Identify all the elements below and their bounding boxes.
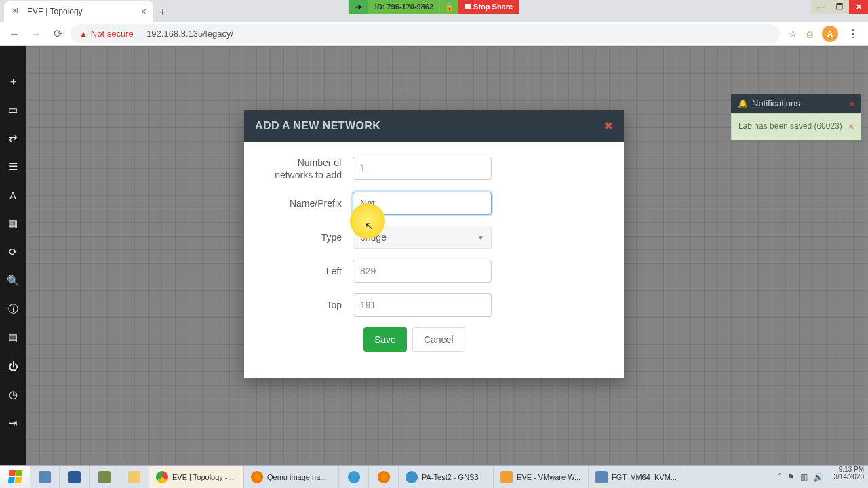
- omnibox[interactable]: ▲Not secure | 192.168.8.135/legacy/: [71, 24, 780, 43]
- input-name-prefix[interactable]: [353, 192, 492, 215]
- clock-date: 3/14/2020: [834, 473, 865, 481]
- tray-volume-icon[interactable]: 🔊: [813, 472, 823, 482]
- add-network-modal: ADD A NEW NETWORK ✖ Number of networks t…: [244, 110, 624, 378]
- list-icon[interactable]: ☰: [5, 159, 21, 175]
- add-icon[interactable]: ＋: [5, 73, 21, 89]
- taskbar-clock[interactable]: 9:13 PM 3/14/2020: [830, 466, 869, 488]
- input-left[interactable]: [353, 260, 492, 283]
- stop-icon: [465, 4, 471, 9]
- bookmark-star-icon[interactable]: ☆: [788, 27, 797, 40]
- taskbar-fgt[interactable]: FGT_VM64_KVM...: [589, 466, 684, 488]
- label-left: Left: [264, 265, 353, 277]
- select-type-value: bridge: [360, 232, 387, 243]
- power-icon[interactable]: ⏻: [5, 358, 21, 374]
- profile-avatar[interactable]: A: [822, 26, 838, 42]
- stop-share-label: Stop Share: [473, 3, 513, 11]
- clock-time: 9:13 PM: [834, 466, 865, 473]
- warning-icon: ▲: [79, 28, 88, 39]
- search-icon[interactable]: 🔍: [5, 272, 21, 289]
- zoom-meeting-id: ID: 796-170-9862: [368, 0, 440, 14]
- taskbar-files-icon[interactable]: [119, 466, 149, 488]
- notification-text: Lab has been saved (60023): [738, 121, 842, 132]
- windows-taskbar: EVE | Topology - ... Qemu image na... PA…: [0, 465, 868, 488]
- text-icon[interactable]: A: [5, 187, 21, 203]
- tab-title: EVE | Topology: [27, 7, 83, 16]
- zoom-share-bar: ➔ ID: 796-170-9862 🔒 Stop Share: [349, 0, 519, 14]
- notification-item: Lab has been saved (60023) ×: [731, 113, 861, 140]
- save-button[interactable]: Save: [363, 327, 407, 352]
- back-button[interactable]: ←: [5, 25, 23, 43]
- modal-body: Number of networks to add Name/Prefix Ty…: [244, 142, 624, 378]
- not-secure-badge: ▲Not secure: [79, 28, 134, 39]
- taskbar-firefox-icon[interactable]: [369, 466, 399, 488]
- cancel-button[interactable]: Cancel: [412, 327, 465, 352]
- forward-button[interactable]: →: [27, 25, 45, 43]
- tab-close-button[interactable]: ×: [141, 6, 146, 17]
- taskbar-label: FGT_VM64_KVM...: [612, 473, 677, 481]
- notifications-header: 🔔 Notifications ■: [731, 94, 861, 113]
- stop-share-button[interactable]: Stop Share: [458, 0, 519, 14]
- select-type[interactable]: bridge ▼: [353, 226, 492, 249]
- window-minimize-button[interactable]: —: [811, 0, 830, 14]
- tray-network-icon[interactable]: ▥: [800, 472, 808, 482]
- window-controls: — ❐ ✕: [811, 0, 868, 14]
- new-tab-button[interactable]: +: [153, 3, 172, 22]
- lock-ring-icon[interactable]: ◷: [5, 386, 21, 403]
- taskbar-powershell-icon[interactable]: [60, 466, 90, 488]
- taskbar-gns3[interactable]: PA-Test2 - GNS3: [399, 466, 494, 488]
- grid-icon[interactable]: ▦: [5, 216, 21, 232]
- taskbar-explorer-icon[interactable]: [30, 466, 60, 488]
- input-network-count[interactable]: [353, 157, 492, 180]
- notifications-close-button[interactable]: ■: [850, 100, 854, 108]
- not-secure-label: Not secure: [91, 28, 134, 39]
- zoom-arrow-icon[interactable]: ➔: [349, 0, 368, 14]
- taskbar-label: EVE - VMware W...: [517, 473, 580, 481]
- notification-dismiss-button[interactable]: ×: [848, 121, 854, 133]
- start-button[interactable]: [0, 466, 30, 488]
- taskbar-chrome[interactable]: EVE | Topology - ...: [149, 466, 244, 488]
- taskbar-ie-icon[interactable]: [339, 466, 369, 488]
- browser-tab[interactable]: ⋈ EVE | Topology ×: [4, 1, 153, 22]
- address-bar-row: ← → ⟳ ▲Not secure | 192.168.8.135/legacy…: [0, 22, 868, 46]
- url-text: 192.168.8.135/legacy/: [146, 28, 233, 39]
- reload-button[interactable]: ⟳: [49, 25, 66, 43]
- lock-icon: 🔒: [440, 0, 458, 14]
- modal-title: ADD A NEW NETWORK: [255, 120, 380, 132]
- browser-menu-button[interactable]: ⋮: [848, 27, 859, 40]
- taskbar-vmware[interactable]: EVE - VMware W...: [494, 466, 589, 488]
- refresh-icon[interactable]: ⟳: [5, 244, 21, 260]
- taskbar-label: PA-Test2 - GNS3: [422, 473, 479, 481]
- window-maximize-button[interactable]: ❐: [830, 0, 849, 14]
- taskbar-server-icon[interactable]: [90, 466, 119, 488]
- taskbar-firefox[interactable]: Qemu image na...: [244, 466, 339, 488]
- taskbar-label: Qemu image na...: [267, 473, 326, 481]
- browser-right-icons: ☆ ⎙ A ⋮: [784, 26, 863, 42]
- modal-header: ADD A NEW NETWORK ✖: [244, 110, 624, 142]
- notifications-title: Notifications: [752, 98, 800, 108]
- network-icon[interactable]: ⇄: [5, 130, 21, 146]
- window-close-button[interactable]: ✕: [849, 0, 868, 14]
- document-icon[interactable]: ▤: [5, 329, 21, 346]
- label-name-prefix: Name/Prefix: [264, 197, 353, 209]
- tab-favicon-icon: ⋈: [11, 6, 22, 17]
- windows-logo-icon: [7, 470, 22, 483]
- label-type: Type: [264, 231, 353, 243]
- modal-close-button[interactable]: ✖: [604, 120, 613, 132]
- extension-icon[interactable]: ⎙: [807, 28, 812, 39]
- left-toolbar: ＋ ▭ ⇄ ☰ A ▦ ⟳ 🔍 ⓘ ▤ ⏻ ◷ ⇥: [0, 46, 26, 465]
- taskbar-label: EVE | Topology - ...: [172, 473, 236, 481]
- node-icon[interactable]: ▭: [5, 102, 21, 118]
- label-top: Top: [264, 299, 353, 311]
- tray-up-icon[interactable]: ˄: [778, 472, 782, 482]
- label-network-count: Number of networks to add: [264, 157, 353, 181]
- info-icon[interactable]: ⓘ: [5, 301, 21, 317]
- bell-icon: 🔔: [738, 99, 748, 108]
- system-tray[interactable]: ˄ ⚑ ▥ 🔊: [771, 466, 830, 488]
- tray-flag-icon[interactable]: ⚑: [787, 472, 795, 482]
- omnibox-divider: |: [139, 28, 141, 39]
- app-area: ＋ ▭ ⇄ ☰ A ▦ ⟳ 🔍 ⓘ ▤ ⏻ ◷ ⇥ ADD A NEW NETW…: [0, 46, 868, 465]
- notifications-panel: 🔔 Notifications ■ Lab has been saved (60…: [731, 94, 861, 140]
- chevron-down-icon: ▼: [477, 234, 484, 241]
- input-top[interactable]: [353, 293, 492, 317]
- exit-icon[interactable]: ⇥: [5, 415, 21, 431]
